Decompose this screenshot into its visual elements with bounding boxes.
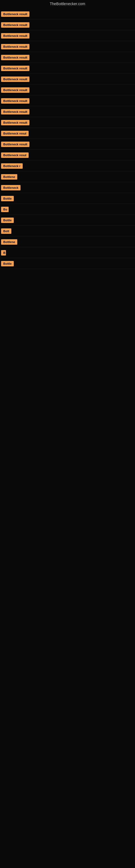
list-item: Bottleneck result [0,30,135,41]
bottleneck-result-badge[interactable]: Bottleneck result [1,66,30,71]
bottleneck-result-badge[interactable]: Bottleneck [1,185,20,190]
list-item: Bottleneck [0,182,135,193]
bottleneck-result-badge[interactable]: Bottleneck result [1,22,30,28]
list-item: Bottleneck result [0,20,135,30]
bottleneck-result-badge[interactable]: Bottleneck resul [1,131,29,136]
list-item: Bottlene [0,172,135,182]
bottleneck-result-badge[interactable]: Bottlene [1,174,17,180]
bottleneck-result-badge[interactable]: Bo [1,207,9,212]
list-item: Bottleneck result [0,85,135,95]
bottleneck-result-badge[interactable]: Bottleneck result [1,98,30,104]
bottleneck-result-badge[interactable]: Bottle [1,196,14,201]
list-item: Bottleneck r [0,161,135,172]
bottleneck-result-badge[interactable]: Bottleneck r [1,163,23,169]
list-item: Bottleneck result [0,52,135,63]
list-item: Bott [0,226,135,237]
list-item: Bottleneck result [0,63,135,74]
list-item: Bottle [0,193,135,204]
bottleneck-result-badge[interactable]: Bottleneck result [1,109,30,115]
list-item: Bottle [0,258,135,269]
list-item: Bottleneck result [0,139,135,150]
list-item: Bottlene [0,237,135,247]
bottleneck-result-badge[interactable]: Bottlene [1,239,17,245]
list-item: Bottle [0,215,135,226]
list-item: Bottleneck result [0,41,135,52]
bottleneck-result-badge[interactable]: Bottleneck result [1,87,30,93]
list-item: Bottleneck resul [0,128,135,139]
bottleneck-result-badge[interactable]: Bottle [1,261,14,267]
list-item: Bottleneck resul [0,150,135,161]
bottleneck-result-badge[interactable]: Bottleneck result [1,142,30,147]
bottleneck-result-badge[interactable]: Bottleneck result [1,33,30,38]
bottleneck-result-badge[interactable]: Bottleneck resul [1,152,29,158]
bottleneck-result-badge[interactable]: Bottleneck result [1,11,30,17]
list-item: Bottleneck result [0,74,135,85]
list-item: Bottleneck result [0,106,135,117]
bottleneck-result-badge[interactable]: Bottleneck result [1,55,30,60]
list-item: Bottleneck result [0,95,135,106]
bottleneck-result-badge[interactable]: Bottleneck result [1,44,30,50]
list-item: Bo [0,204,135,215]
bottleneck-result-badge[interactable]: Bottle [1,218,14,223]
bottleneck-result-badge[interactable]: Bottleneck result [1,120,30,125]
list-item: B [0,247,135,258]
bottleneck-result-badge[interactable]: Bott [1,228,11,234]
list-item: Bottleneck result [0,9,135,20]
bottleneck-result-badge[interactable]: Bottleneck result [1,76,30,82]
bottleneck-result-badge[interactable]: B [1,250,6,255]
list-item: Bottleneck result [0,117,135,128]
site-title: TheBottlenecker.com [0,0,135,9]
